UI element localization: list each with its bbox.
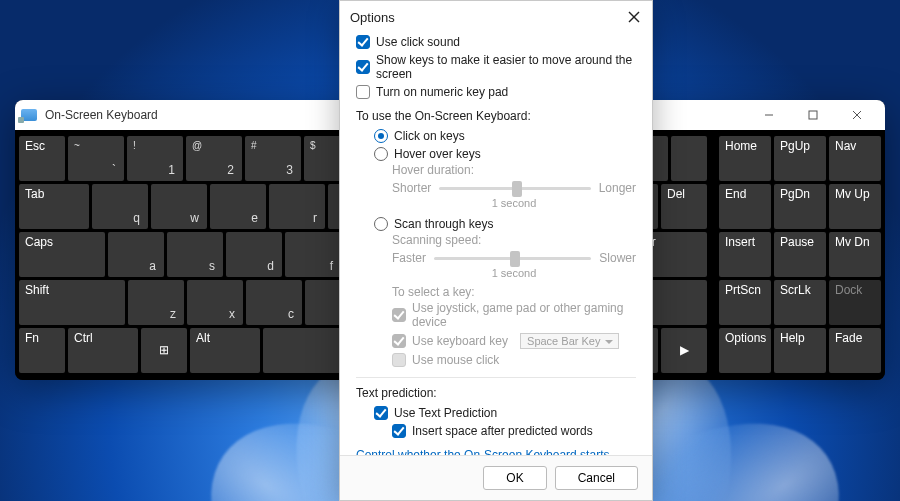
- checkbox-joystick: Use joystick, game pad or other gaming d…: [392, 299, 636, 331]
- key-e[interactable]: e: [210, 184, 266, 229]
- hover-duration-label: Hover duration:: [392, 163, 636, 177]
- to-use-heading: To use the On-Screen Keyboard:: [356, 109, 636, 123]
- slider-shorter-label: Shorter: [392, 181, 431, 195]
- key-1[interactable]: !1: [127, 136, 183, 181]
- key-fade[interactable]: Fade: [829, 328, 881, 373]
- key-help[interactable]: Help: [774, 328, 826, 373]
- key-pause[interactable]: Pause: [774, 232, 826, 277]
- checkbox-icon: [374, 406, 388, 420]
- checkbox-show-keys[interactable]: Show keys to make it easier to move arou…: [356, 51, 636, 83]
- checkbox-icon: [392, 308, 406, 322]
- checkbox-icon: [356, 60, 370, 74]
- radio-hover-keys[interactable]: Hover over keys: [374, 145, 636, 163]
- key-z[interactable]: z: [128, 280, 184, 325]
- key-f[interactable]: f: [285, 232, 341, 277]
- hover-duration-slider: [439, 181, 590, 195]
- key-w[interactable]: w: [151, 184, 207, 229]
- windows-icon: ⊞: [159, 344, 169, 357]
- key-options[interactable]: Options: [719, 328, 771, 373]
- key-2[interactable]: @2: [186, 136, 242, 181]
- key-a[interactable]: a: [108, 232, 164, 277]
- key-s[interactable]: s: [167, 232, 223, 277]
- checkbox-icon: [392, 424, 406, 438]
- checkbox-numpad[interactable]: Turn on numeric key pad: [356, 83, 636, 101]
- radio-icon: [374, 217, 388, 231]
- options-titlebar[interactable]: Options: [340, 1, 652, 33]
- key-right-arrow[interactable]: ▶: [661, 328, 707, 373]
- key-r[interactable]: r: [269, 184, 325, 229]
- key-hidden[interactable]: [671, 136, 707, 181]
- key-mvdn[interactable]: Mv Dn: [829, 232, 881, 277]
- key-prtscn[interactable]: PrtScn: [719, 280, 771, 325]
- key-ctrl[interactable]: Ctrl: [68, 328, 138, 373]
- options-title: Options: [350, 10, 395, 25]
- slider-slower-label: Slower: [599, 251, 636, 265]
- scanning-speed-label: Scanning speed:: [392, 233, 636, 247]
- key-pgdn[interactable]: PgDn: [774, 184, 826, 229]
- key-end[interactable]: End: [719, 184, 771, 229]
- control-startup-link[interactable]: Control whether the On-Screen Keyboard s…: [356, 448, 636, 455]
- key-3[interactable]: #3: [245, 136, 301, 181]
- osk-title: On-Screen Keyboard: [45, 108, 158, 122]
- close-button[interactable]: [835, 100, 879, 130]
- checkbox-click-sound[interactable]: Use click sound: [356, 33, 636, 51]
- slider-faster-label: Faster: [392, 251, 426, 265]
- key-q[interactable]: q: [92, 184, 148, 229]
- checkbox-keyboard-key: Use keyboard keySpace Bar Key: [392, 331, 636, 351]
- key-fn[interactable]: Fn: [19, 328, 65, 373]
- key-tab[interactable]: Tab: [19, 184, 89, 229]
- checkbox-icon: [392, 353, 406, 367]
- scanning-speed-value: 1 second: [392, 267, 636, 279]
- key-shift-left[interactable]: Shift: [19, 280, 125, 325]
- key-win[interactable]: ⊞: [141, 328, 187, 373]
- radio-click-keys[interactable]: Click on keys: [374, 127, 636, 145]
- key-home[interactable]: Home: [719, 136, 771, 181]
- checkbox-icon: [356, 35, 370, 49]
- minimize-button[interactable]: [747, 100, 791, 130]
- key-caps[interactable]: Caps: [19, 232, 105, 277]
- maximize-button[interactable]: [791, 100, 835, 130]
- key-esc[interactable]: Esc: [19, 136, 65, 181]
- cancel-button[interactable]: Cancel: [555, 466, 638, 490]
- key-alt[interactable]: Alt: [190, 328, 260, 373]
- checkbox-insert-space[interactable]: Insert space after predicted words: [392, 422, 636, 440]
- key-del[interactable]: Del: [661, 184, 707, 229]
- text-prediction-heading: Text prediction:: [356, 386, 636, 400]
- checkbox-mouse-click: Use mouse click: [392, 351, 636, 369]
- checkbox-icon: [392, 334, 406, 348]
- osk-app-icon: [21, 109, 37, 121]
- hover-duration-value: 1 second: [392, 197, 636, 209]
- scanning-speed-slider: [434, 251, 591, 265]
- key-pgup[interactable]: PgUp: [774, 136, 826, 181]
- options-dialog: Options Use click sound Show keys to mak…: [339, 0, 653, 501]
- key-dock[interactable]: Dock: [829, 280, 881, 325]
- to-select-label: To select a key:: [392, 285, 636, 299]
- key-mvup[interactable]: Mv Up: [829, 184, 881, 229]
- radio-scan-keys[interactable]: Scan through keys: [374, 215, 636, 233]
- slider-longer-label: Longer: [599, 181, 636, 195]
- key-nav[interactable]: Nav: [829, 136, 881, 181]
- keyboard-key-select: Space Bar Key: [520, 333, 619, 349]
- svg-rect-1: [809, 111, 817, 119]
- checkbox-icon: [356, 85, 370, 99]
- radio-icon: [374, 129, 388, 143]
- key-scrlk[interactable]: ScrLk: [774, 280, 826, 325]
- ok-button[interactable]: OK: [483, 466, 546, 490]
- key-tilde[interactable]: ~`: [68, 136, 124, 181]
- key-x[interactable]: x: [187, 280, 243, 325]
- key-insert[interactable]: Insert: [719, 232, 771, 277]
- key-d[interactable]: d: [226, 232, 282, 277]
- radio-icon: [374, 147, 388, 161]
- key-c[interactable]: c: [246, 280, 302, 325]
- checkbox-text-prediction[interactable]: Use Text Prediction: [374, 404, 636, 422]
- close-icon[interactable]: [626, 9, 642, 25]
